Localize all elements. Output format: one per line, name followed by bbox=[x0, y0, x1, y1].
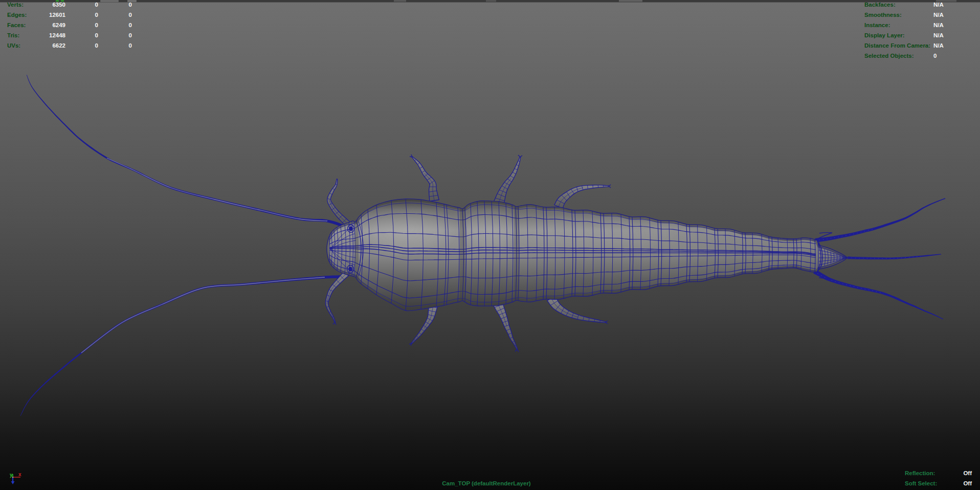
svg-text:Off: Off bbox=[963, 480, 972, 486]
svg-text:N/A: N/A bbox=[933, 32, 944, 38]
svg-text:6622: 6622 bbox=[52, 42, 65, 49]
svg-text:N/A: N/A bbox=[933, 12, 944, 18]
svg-text:Display Layer:: Display Layer: bbox=[864, 32, 905, 38]
svg-text:Backfaces:: Backfaces: bbox=[864, 2, 896, 8]
svg-text:N/A: N/A bbox=[933, 42, 944, 49]
svg-text:N/A: N/A bbox=[933, 2, 944, 8]
svg-text:Tris:: Tris: bbox=[7, 32, 19, 38]
svg-text:0: 0 bbox=[95, 32, 98, 38]
svg-text:y: y bbox=[10, 472, 13, 478]
svg-text:N/A: N/A bbox=[933, 22, 944, 28]
svg-text:6350: 6350 bbox=[52, 2, 65, 8]
svg-text:0: 0 bbox=[933, 53, 937, 59]
svg-text:0: 0 bbox=[129, 2, 132, 8]
svg-text:0: 0 bbox=[129, 12, 132, 18]
svg-text:6249: 6249 bbox=[52, 22, 65, 28]
svg-text:0: 0 bbox=[129, 22, 132, 28]
svg-text:Reflection:: Reflection: bbox=[905, 470, 935, 476]
svg-text:Faces:: Faces: bbox=[7, 22, 26, 28]
svg-text:12448: 12448 bbox=[49, 32, 66, 38]
svg-text:0: 0 bbox=[95, 2, 98, 8]
svg-text:0: 0 bbox=[95, 12, 98, 18]
svg-text:12601: 12601 bbox=[49, 12, 66, 18]
svg-text:Distance From Camera:: Distance From Camera: bbox=[864, 42, 930, 49]
svg-text:Selected Objects:: Selected Objects: bbox=[864, 53, 914, 59]
svg-text:0: 0 bbox=[95, 42, 98, 49]
svg-text:Smoothness:: Smoothness: bbox=[864, 12, 902, 18]
svg-text:0: 0 bbox=[95, 22, 98, 28]
svg-text:x: x bbox=[18, 472, 21, 477]
svg-text:Instance:: Instance: bbox=[864, 22, 890, 28]
svg-text:Verts:: Verts: bbox=[7, 2, 24, 8]
svg-text:0: 0 bbox=[129, 32, 132, 38]
svg-text:Soft Select:: Soft Select: bbox=[905, 480, 937, 486]
svg-text:UVs:: UVs: bbox=[7, 42, 20, 49]
svg-text:0: 0 bbox=[129, 42, 132, 49]
svg-text:Edges:: Edges: bbox=[7, 12, 27, 18]
svg-text:Off: Off bbox=[963, 470, 972, 476]
svg-text:Cam_TOP (defaultRenderLayer): Cam_TOP (defaultRenderLayer) bbox=[442, 480, 531, 486]
